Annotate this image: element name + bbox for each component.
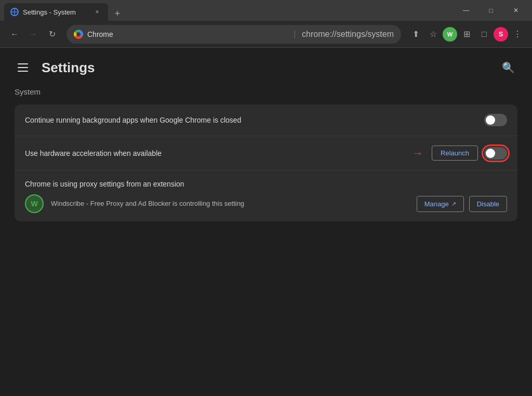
- relaunch-button[interactable]: Relaunch: [432, 146, 478, 161]
- disable-button[interactable]: Disable: [469, 196, 507, 212]
- hamburger-line-2: [18, 67, 28, 68]
- active-tab[interactable]: Settings - System ×: [4, 3, 108, 21]
- external-link-icon: ↗: [451, 201, 456, 207]
- forward-button[interactable]: →: [25, 26, 42, 43]
- search-button[interactable]: 🔍: [499, 58, 517, 77]
- background-apps-toggle[interactable]: [484, 114, 507, 126]
- separator: |: [294, 30, 296, 39]
- close-button[interactable]: ✕: [504, 2, 528, 19]
- window-controls: — □ ✕: [454, 2, 528, 19]
- minimize-button[interactable]: —: [454, 2, 478, 19]
- tab-area: Settings - System × +: [4, 0, 452, 21]
- extensions-button[interactable]: ⊞: [458, 26, 475, 43]
- titlebar: Settings - System × + — □ ✕: [0, 0, 532, 21]
- url-text: chrome://settings/system: [302, 30, 394, 39]
- page-title: Settings: [42, 60, 95, 76]
- maximize-button[interactable]: □: [479, 2, 503, 19]
- chrome-icon: [74, 30, 83, 39]
- proxy-content-row: W Windscribe - Free Proxy and Ad Blocker…: [15, 190, 517, 221]
- red-arrow-icon: →: [412, 147, 423, 160]
- proxy-title-row: Chrome is using proxy settings from an e…: [15, 170, 517, 190]
- proxy-actions: Manage ↗ Disable: [417, 196, 507, 212]
- arrow-annotation: →: [412, 147, 425, 160]
- navbar: ← → ↻ Chrome | chrome://settings/system …: [0, 21, 532, 48]
- settings-body: System Continue running background apps …: [0, 87, 532, 221]
- hamburger-line-3: [18, 71, 28, 72]
- section-heading: System: [15, 87, 517, 96]
- tab-title: Settings - System: [23, 8, 88, 16]
- settings-container: Settings 🔍 System Continue running backg…: [0, 48, 532, 396]
- share-button[interactable]: ⬆: [407, 26, 424, 43]
- hardware-acceleration-row: Use hardware acceleration when available…: [15, 136, 517, 170]
- nav-icons: ⬆ ☆ W ⊞ □ S ⋮: [407, 26, 526, 43]
- bookmark-button[interactable]: ☆: [425, 26, 442, 43]
- sidebar-button[interactable]: □: [476, 26, 493, 43]
- brand-label: Chrome: [87, 30, 287, 38]
- tab-close-button[interactable]: ×: [92, 7, 102, 17]
- refresh-button[interactable]: ↻: [44, 26, 60, 43]
- manage-button[interactable]: Manage ↗: [417, 196, 464, 212]
- back-button[interactable]: ←: [6, 26, 23, 43]
- hamburger-line-1: [18, 63, 28, 64]
- settings-header: Settings 🔍: [0, 48, 532, 87]
- windscribe-logo: W: [25, 194, 44, 213]
- proxy-description: Windscribe - Free Proxy and Ad Blocker i…: [51, 199, 409, 209]
- toggle-slider-1: [484, 114, 507, 126]
- proxy-section-title: Chrome is using proxy settings from an e…: [25, 180, 507, 188]
- background-apps-row: Continue running background apps when Go…: [15, 104, 517, 136]
- windscribe-extension-button[interactable]: W: [443, 27, 457, 42]
- background-apps-label: Continue running background apps when Go…: [25, 116, 478, 124]
- profile-avatar[interactable]: S: [494, 27, 508, 42]
- hardware-acceleration-label: Use hardware acceleration when available: [25, 149, 406, 157]
- more-options-button[interactable]: ⋮: [509, 26, 526, 43]
- menu-button[interactable]: [15, 58, 33, 77]
- system-settings-card: Continue running background apps when Go…: [15, 104, 517, 221]
- new-tab-button[interactable]: +: [110, 6, 125, 21]
- hardware-acceleration-toggle[interactable]: [484, 147, 507, 160]
- tab-favicon: [10, 8, 19, 16]
- address-bar[interactable]: Chrome | chrome://settings/system: [66, 25, 401, 44]
- toggle-slider-2: [484, 147, 507, 160]
- manage-label: Manage: [424, 200, 449, 208]
